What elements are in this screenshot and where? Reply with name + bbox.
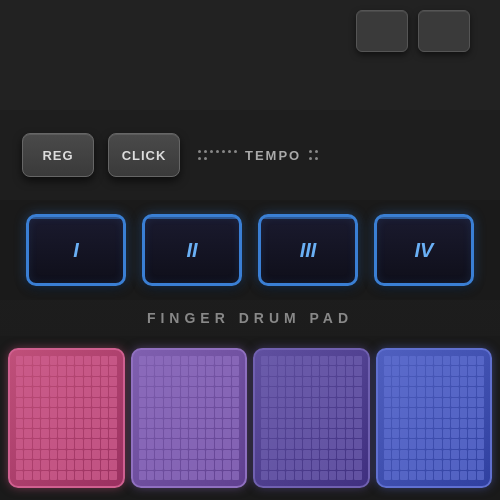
dot <box>204 157 207 160</box>
pad-dot <box>278 471 285 480</box>
pad-dot <box>460 429 467 438</box>
reg-button[interactable]: REG <box>22 133 94 177</box>
pad-dot <box>434 387 441 396</box>
pad-dot <box>164 460 171 469</box>
pad-dot <box>50 460 57 469</box>
bank-button-II[interactable]: II <box>142 214 242 286</box>
top-small-btn-1[interactable] <box>356 10 408 52</box>
pad-dot <box>58 471 65 480</box>
pad-dot <box>33 387 40 396</box>
pad-dot <box>109 377 116 386</box>
pad-dot <box>67 366 74 375</box>
pad-dot <box>58 387 65 396</box>
pad-dot <box>41 366 48 375</box>
pad-dot <box>84 439 91 448</box>
pad-dot <box>477 460 484 469</box>
pad-dot <box>392 429 399 438</box>
pad-dot <box>50 387 57 396</box>
pad-dot <box>198 460 205 469</box>
pad-dot <box>346 377 353 386</box>
pad-dot <box>303 450 310 459</box>
pad-dot <box>223 408 230 417</box>
pad-dot <box>278 450 285 459</box>
pad-dot <box>278 408 285 417</box>
pad-dot <box>329 450 336 459</box>
pad-dot <box>384 429 391 438</box>
top-small-btn-2[interactable] <box>418 10 470 52</box>
pad-dot <box>50 450 57 459</box>
pad-dot <box>337 471 344 480</box>
pad-dot <box>147 419 154 428</box>
pad-dot <box>198 408 205 417</box>
pad-dot <box>41 439 48 448</box>
pad-dot <box>206 460 213 469</box>
pad-dot <box>147 398 154 407</box>
pad-dot <box>223 377 230 386</box>
pad-dot <box>451 408 458 417</box>
pad-dot <box>417 398 424 407</box>
drum-pad-2[interactable]: for(let i=0; i<144; i++) document.write(… <box>131 348 248 488</box>
pad-dot <box>329 398 336 407</box>
pad-dot <box>477 439 484 448</box>
pads-section: // Generate dots for pad for(let i=0; i<… <box>0 336 500 500</box>
bank-button-I[interactable]: I <box>26 214 126 286</box>
pad-dot <box>354 377 361 386</box>
tempo-section: TEMPO <box>198 148 318 163</box>
pad-dot <box>426 439 433 448</box>
pad-dot <box>172 377 179 386</box>
pad-dot <box>33 398 40 407</box>
bank-button-IV[interactable]: IV <box>374 214 474 286</box>
pad-dot <box>92 408 99 417</box>
pad-dot <box>164 377 171 386</box>
pad-dot <box>232 387 239 396</box>
pad-dot <box>468 377 475 386</box>
dot <box>228 150 231 153</box>
pad-dot <box>198 471 205 480</box>
pad-dot <box>329 366 336 375</box>
tempo-dots-right <box>309 150 318 160</box>
pad-dot <box>109 356 116 365</box>
pad-dot <box>41 450 48 459</box>
pad-dot <box>147 450 154 459</box>
reg-label: REG <box>42 148 73 163</box>
pad-dot <box>101 460 108 469</box>
pad-dot <box>41 471 48 480</box>
pad-dot <box>400 408 407 417</box>
pad-dot <box>392 387 399 396</box>
pad-dot <box>392 450 399 459</box>
pad-dot <box>443 377 450 386</box>
pad-dot <box>286 366 293 375</box>
drum-pad-1-inner: // Generate dots for pad for(let i=0; i<… <box>10 350 123 486</box>
pad-dot <box>164 387 171 396</box>
pad-dot <box>312 460 319 469</box>
pad-dot <box>16 471 23 480</box>
pad-dot <box>261 387 268 396</box>
pad-dot <box>41 377 48 386</box>
click-button[interactable]: CLICK <box>108 133 180 177</box>
pad-dot <box>320 450 327 459</box>
pad-dot <box>41 419 48 428</box>
drum-pad-3[interactable]: for(let i=0; i<144; i++) document.write(… <box>253 348 370 488</box>
pad-dot <box>443 356 450 365</box>
pad-dot <box>417 377 424 386</box>
pad-dot <box>295 429 302 438</box>
pad-dot <box>181 429 188 438</box>
pad-dot <box>33 419 40 428</box>
pad-dot <box>155 356 162 365</box>
pad-dot <box>451 460 458 469</box>
pad-dot <box>409 398 416 407</box>
pad-dot <box>147 377 154 386</box>
drum-pad-4[interactable]: for(let i=0; i<144; i++) document.write(… <box>376 348 493 488</box>
pad-dot <box>155 377 162 386</box>
pad-dot <box>101 429 108 438</box>
pad-dot <box>164 356 171 365</box>
pad-dot <box>286 377 293 386</box>
pad-dot <box>189 387 196 396</box>
pad-dot <box>232 450 239 459</box>
pad-dot <box>354 366 361 375</box>
pad-dot <box>451 439 458 448</box>
drum-pad-1[interactable]: // Generate dots for pad for(let i=0; i<… <box>8 348 125 488</box>
bank-button-III[interactable]: III <box>258 214 358 286</box>
pad-dot <box>41 356 48 365</box>
pad-dot <box>75 366 82 375</box>
